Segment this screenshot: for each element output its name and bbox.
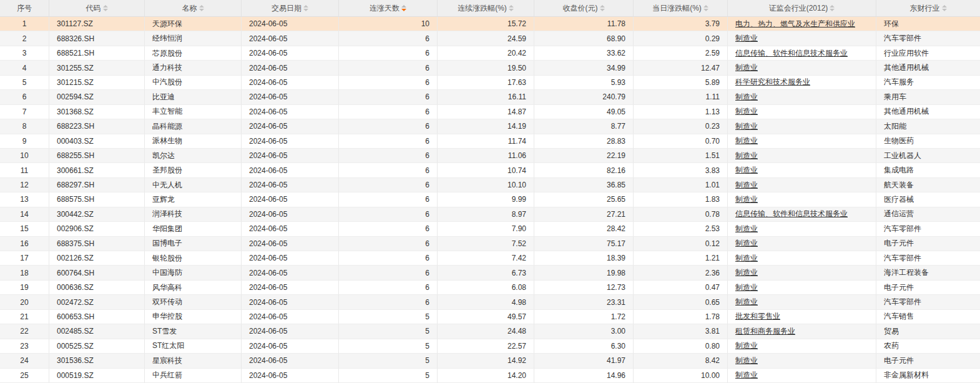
table-row[interactable]: 10688255.SH凯尔达2024-06-05611.0622.191.51制… [0, 149, 980, 163]
column-header-name[interactable]: 名称 [145, 0, 242, 16]
csrc-industry-link[interactable]: 制造业 [735, 136, 758, 146]
csrc-industry-link[interactable]: 制造业 [735, 356, 758, 366]
table-row[interactable]: 9000403.SZ派林生物2024-06-05611.7428.830.70制… [0, 134, 980, 149]
csrc-industry-link[interactable]: 制造业 [735, 341, 758, 351]
cell-day_change_pct: 1.13 [634, 105, 728, 119]
table-row[interactable]: 8688223.SH晶科能源2024-06-05614.198.770.23制造… [0, 119, 980, 134]
cell-streak_days: 6 [339, 61, 438, 75]
cell-close_price: 36.85 [534, 178, 634, 192]
csrc-industry-link[interactable]: 制造业 [735, 253, 758, 264]
csrc-industry-link[interactable]: 批发和零售业 [735, 311, 780, 322]
cell-day_change_pct: 10.00 [634, 369, 728, 383]
csrc-industry-link[interactable]: 制造业 [735, 92, 758, 102]
cell-day_change_pct: 0.80 [634, 339, 728, 354]
cell-day_change_pct: 2.59 [634, 46, 728, 61]
table-row[interactable]: 19000636.SZ风华高科2024-06-0566.0812.730.47制… [0, 281, 980, 295]
cell-day_change_pct: 5.89 [634, 76, 728, 90]
cell-streak_days: 6 [339, 31, 438, 46]
cell-cum_change_pct: 11.74 [438, 134, 534, 149]
cell-date: 2024-06-05 [242, 31, 339, 46]
csrc-industry-link[interactable]: 制造业 [735, 121, 758, 132]
cell-cum_change_pct: 7.52 [438, 237, 534, 251]
table-row[interactable]: 22002485.SZST雪发2024-06-05524.483.003.81租… [0, 324, 980, 339]
column-header-em_industry[interactable]: 东财行业 [876, 0, 980, 16]
cell-csrc_industry: 科学研究和技术服务业 [728, 76, 876, 90]
column-header-code[interactable]: 代码 [49, 0, 145, 16]
sort-down-triangle [509, 9, 514, 11]
csrc-industry-link[interactable]: 制造业 [735, 106, 758, 117]
csrc-industry-link[interactable]: 制造业 [735, 267, 758, 278]
csrc-industry-link[interactable]: 制造业 [735, 151, 758, 161]
table-row[interactable]: 23000525.SZST红太阳2024-06-05522.576.300.80… [0, 339, 980, 354]
column-header-close_price[interactable]: 收盘价(元) [534, 0, 634, 16]
csrc-industry-link[interactable]: 制造业 [735, 165, 758, 176]
cell-close_price: 41.97 [534, 354, 634, 368]
cell-date: 2024-06-05 [242, 310, 339, 324]
cell-cum_change_pct: 8.97 [438, 207, 534, 222]
column-header-label: 证监会行业(2012) [769, 3, 828, 14]
table-row[interactable]: 16688375.SH国博电子2024-06-0567.5275.170.12制… [0, 237, 980, 251]
cell-csrc_industry: 制造业 [728, 281, 876, 295]
cell-csrc_industry: 制造业 [728, 251, 876, 266]
cell-day_change_pct: 0.47 [634, 281, 728, 295]
table-row[interactable]: 3688521.SH芯原股份2024-06-05620.4233.622.59信… [0, 46, 980, 61]
table-row[interactable]: 18600764.SH中国海防2024-06-0566.7319.982.36制… [0, 266, 980, 280]
table-row[interactable]: 2688326.SH经纬恒润2024-06-05624.5968.900.29制… [0, 31, 980, 46]
cell-seq: 3 [0, 46, 49, 61]
table-row[interactable]: 11300661.SZ圣邦股份2024-06-05610.7482.163.83… [0, 163, 980, 177]
cell-date: 2024-06-05 [242, 237, 339, 251]
csrc-industry-link[interactable]: 制造业 [735, 33, 758, 44]
cell-streak_days: 6 [339, 281, 438, 295]
cell-seq: 13 [0, 192, 49, 207]
table-row[interactable]: 13688575.SH亚辉龙2024-06-0569.9925.651.83制造… [0, 192, 980, 207]
csrc-industry-link[interactable]: 制造业 [735, 238, 758, 249]
cell-em_industry: 汽车销售 [876, 310, 980, 324]
table-row[interactable]: 25000519.SZ中兵红箭2024-06-05514.2014.9610.0… [0, 369, 980, 383]
cell-em_industry: 汽车服务 [876, 76, 980, 90]
table-row[interactable]: 24301536.SZ星宸科技2024-06-05514.9241.978.42… [0, 354, 980, 368]
column-header-day_change_pct[interactable]: 当日涨跌幅(%) [634, 0, 728, 16]
cell-name: 银轮股份 [145, 251, 242, 266]
csrc-industry-link[interactable]: 制造业 [735, 282, 758, 293]
cell-seq: 4 [0, 61, 49, 75]
csrc-industry-link[interactable]: 制造业 [735, 62, 758, 73]
cell-name: 通力科技 [145, 61, 242, 75]
table-row[interactable]: 6002594.SZ比亚迪2024-06-05616.11240.791.11制… [0, 90, 980, 104]
table-row[interactable]: 7301368.SZ丰立智能2024-06-05614.8749.051.13制… [0, 105, 980, 119]
csrc-industry-link[interactable]: 信息传输、软件和信息技术服务业 [735, 209, 848, 219]
cell-date: 2024-06-05 [242, 295, 339, 309]
csrc-industry-link[interactable]: 制造业 [735, 370, 758, 381]
sort-down-triangle [600, 9, 605, 11]
column-header-csrc_industry[interactable]: 证监会行业(2012) [728, 0, 876, 16]
cell-csrc_industry: 制造业 [728, 134, 876, 149]
table-row[interactable]: 5301215.SZ中汽股份2024-06-05617.635.935.89科学… [0, 76, 980, 90]
table-row[interactable]: 15002906.SZ华阳集团2024-06-0567.9028.422.53制… [0, 222, 980, 236]
cell-seq: 6 [0, 90, 49, 104]
table-row[interactable]: 21600653.SH申华控股2024-06-05549.571.721.78批… [0, 310, 980, 324]
cell-close_price: 28.42 [534, 222, 634, 236]
table-row[interactable]: 20002472.SZ双环传动2024-06-0564.9823.310.65制… [0, 295, 980, 309]
csrc-industry-link[interactable]: 电力、热力、燃气及水生产和供应业 [735, 19, 855, 29]
table-row[interactable]: 12688297.SH中无人机2024-06-05610.1036.851.01… [0, 178, 980, 192]
cell-seq: 12 [0, 178, 49, 192]
table-row[interactable]: 14300442.SZ润泽科技2024-06-0568.9727.210.78信… [0, 207, 980, 222]
csrc-industry-link[interactable]: 信息传输、软件和信息技术服务业 [735, 48, 848, 59]
cell-cum_change_pct: 14.92 [438, 354, 534, 368]
csrc-industry-link[interactable]: 制造业 [735, 194, 758, 205]
column-header-streak_days[interactable]: 连涨天数 [339, 0, 438, 16]
csrc-industry-link[interactable]: 租赁和商务服务业 [735, 326, 795, 337]
csrc-industry-link[interactable]: 制造业 [735, 297, 758, 307]
column-header-date[interactable]: 交易日期 [242, 0, 339, 16]
cell-code: 002485.SZ [49, 324, 145, 339]
csrc-industry-link[interactable]: 制造业 [735, 180, 758, 191]
cell-csrc_industry: 制造业 [728, 237, 876, 251]
column-header-cum_change_pct[interactable]: 连续涨跌幅(%) [438, 0, 534, 16]
table-row[interactable]: 1301127.SZ天源环保2024-06-051015.7211.783.79… [0, 17, 980, 31]
table-row[interactable]: 4301255.SZ通力科技2024-06-05619.5034.9912.47… [0, 61, 980, 75]
cell-em_industry: 汽车零部件 [876, 222, 980, 236]
cell-code: 000636.SZ [49, 281, 145, 295]
table-row[interactable]: 17002126.SZ银轮股份2024-06-0567.4218.391.21制… [0, 251, 980, 266]
csrc-industry-link[interactable]: 制造业 [735, 224, 758, 234]
cell-streak_days: 6 [339, 149, 438, 163]
csrc-industry-link[interactable]: 科学研究和技术服务业 [735, 77, 810, 87]
